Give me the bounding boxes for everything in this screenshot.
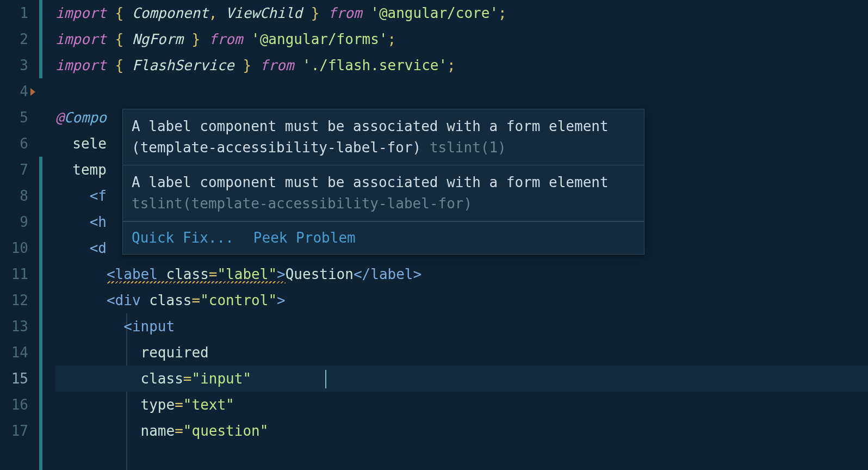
diagnostic-text: A label component must be associated wit… <box>132 118 609 156</box>
code-line[interactable]: <input <box>55 313 868 339</box>
line-number: 3 <box>0 52 28 78</box>
code-line[interactable]: import { Component, ViewChild } from '@a… <box>55 0 868 26</box>
code-line[interactable] <box>55 78 868 104</box>
quick-fix-button[interactable]: Quick Fix... <box>132 227 234 249</box>
peek-problem-button[interactable]: Peek Problem <box>253 227 356 249</box>
code-line[interactable]: import { NgForm } from '@angular/forms'; <box>55 26 868 52</box>
diagnostic-source: tslint(template-accessibility-label-for) <box>132 195 472 212</box>
code-line-current[interactable]: class="input" <box>55 366 868 392</box>
code-line[interactable]: <label class="label">Question</label> <box>55 261 868 287</box>
line-number: 4 <box>0 78 28 104</box>
line-number: 8 <box>0 183 28 209</box>
diagnostic-message: A label component must be associated wit… <box>123 165 644 221</box>
line-number: 7 <box>0 157 28 183</box>
diagnostic-message: A label component must be associated wit… <box>123 109 644 165</box>
line-number: 2 <box>0 26 28 52</box>
line-number: 9 <box>0 209 28 235</box>
diagnostic-source: tslint(1) <box>430 139 506 156</box>
code-line[interactable]: import { FlashService } from './flash.se… <box>55 52 868 78</box>
line-number: 17 <box>0 418 28 444</box>
line-number: 14 <box>0 339 28 366</box>
line-number-gutter: 1 2 3 4 5 6 7 8 9 10 11 12 13 14 15 16 1… <box>0 0 39 470</box>
line-number: 15 <box>0 366 28 392</box>
code-line[interactable]: type="text" <box>55 392 868 418</box>
code-line[interactable]: required <box>55 339 868 366</box>
diagnostic-hover-popup: A label component must be associated wit… <box>122 109 644 255</box>
fold-arrow-icon[interactable] <box>30 88 35 96</box>
diagnostic-actions: Quick Fix... Peek Problem <box>123 221 644 254</box>
code-line[interactable]: <div class="control"> <box>55 287 868 313</box>
line-number: 12 <box>0 287 28 313</box>
text-cursor <box>325 370 326 388</box>
line-number: 10 <box>0 235 28 261</box>
line-number: 6 <box>0 131 28 157</box>
line-number: 11 <box>0 261 28 287</box>
code-line[interactable]: name="question" <box>55 418 868 444</box>
line-number: 5 <box>0 104 28 131</box>
line-number: 1 <box>0 0 28 26</box>
line-number: 16 <box>0 392 28 418</box>
diagnostic-text: A label component must be associated wit… <box>132 174 609 190</box>
line-number: 13 <box>0 313 28 339</box>
